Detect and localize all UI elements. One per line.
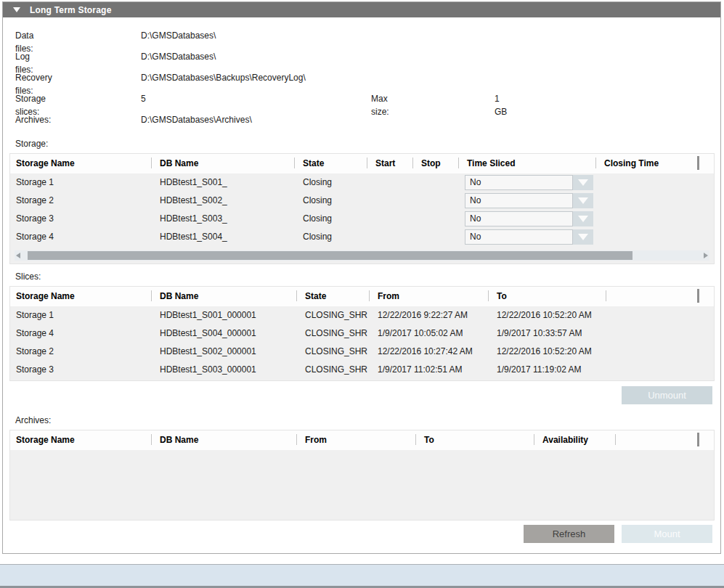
cell-empty bbox=[606, 306, 697, 324]
cell-storage-name: Storage 4 bbox=[10, 228, 151, 246]
col-header-from[interactable]: From bbox=[369, 287, 488, 306]
chevron-down-icon[interactable] bbox=[573, 175, 593, 190]
cell-spacer bbox=[697, 173, 714, 192]
cell-stop bbox=[412, 173, 458, 192]
slices-table-row[interactable]: Storage 3 HDBtest1_S003_000001 CLOSING_S… bbox=[10, 361, 714, 379]
archives-table-header: Storage Name DB Name From To Availabilit… bbox=[10, 430, 714, 450]
cell-stop bbox=[412, 228, 458, 246]
cell-db-name: HDBtest1_S001_000001 bbox=[151, 306, 296, 324]
col-header-spacer bbox=[697, 287, 714, 306]
storage-table-row[interactable]: Storage 2 HDBtest1_S002_ Closing No bbox=[10, 192, 714, 210]
slices-table-row[interactable]: Storage 1 HDBtest1_S001_000001 CLOSING_S… bbox=[10, 306, 714, 324]
cell-storage-name: Storage 3 bbox=[10, 361, 151, 379]
cell-state: CLOSING_SHR bbox=[296, 343, 369, 361]
col-header-storage-name[interactable]: Storage Name bbox=[10, 287, 151, 306]
cell-storage-name: Storage 2 bbox=[10, 343, 151, 361]
cell-from: 12/22/2016 9:22:27 AM bbox=[369, 306, 488, 324]
cell-db-name: HDBtest1_S003_ bbox=[151, 210, 294, 228]
scroll-left-icon[interactable] bbox=[16, 253, 20, 258]
col-header-db-name[interactable]: DB Name bbox=[151, 154, 294, 173]
max-size-value: 1 GB bbox=[495, 92, 507, 118]
cell-spacer bbox=[697, 361, 714, 379]
col-header-state[interactable]: State bbox=[296, 287, 369, 306]
cell-state: CLOSING_SHR bbox=[296, 324, 369, 343]
cell-time-sliced: No bbox=[458, 192, 595, 210]
col-header-to[interactable]: To bbox=[488, 287, 606, 306]
col-header-storage-name[interactable]: Storage Name bbox=[10, 154, 151, 173]
archives-path-value: D:\GMSDatabases\Archives\ bbox=[141, 113, 252, 126]
unmount-button[interactable]: Unmount bbox=[622, 386, 712, 404]
cell-storage-name: Storage 1 bbox=[10, 173, 151, 192]
panel-header[interactable]: Long Term Storage bbox=[3, 2, 720, 17]
scroll-right-icon[interactable] bbox=[704, 253, 708, 258]
time-sliced-dropdown[interactable]: No bbox=[465, 229, 593, 245]
col-header-closing-time[interactable]: Closing Time bbox=[595, 154, 697, 173]
panel-title: Long Term Storage bbox=[30, 5, 112, 15]
cell-state: Closing bbox=[294, 173, 367, 192]
storage-slices-value: 5 bbox=[141, 92, 146, 105]
cell-closing-time bbox=[595, 228, 697, 246]
cell-time-sliced: No bbox=[458, 228, 595, 246]
chevron-down-icon[interactable] bbox=[573, 193, 593, 208]
collapse-chevron-icon[interactable] bbox=[13, 7, 20, 12]
horizontal-scrollbar[interactable] bbox=[15, 250, 709, 261]
cell-time-sliced: No bbox=[458, 210, 595, 228]
cell-from: 1/9/2017 11:02:51 AM bbox=[369, 361, 488, 379]
max-size-label: Max size: bbox=[371, 92, 389, 118]
cell-state: Closing bbox=[294, 192, 367, 210]
cell-to: 1/9/2017 10:33:57 AM bbox=[488, 324, 606, 343]
col-header-availability[interactable]: Availability bbox=[534, 430, 615, 450]
cell-stop bbox=[412, 210, 458, 228]
cell-to: 12/22/2016 10:52:20 AM bbox=[488, 343, 606, 361]
col-header-start[interactable]: Start bbox=[367, 154, 412, 173]
slices-table-row[interactable]: Storage 4 HDBtest1_S004_000001 CLOSING_S… bbox=[10, 324, 714, 343]
col-header-storage-name[interactable]: Storage Name bbox=[10, 430, 151, 450]
col-header-empty[interactable] bbox=[615, 430, 697, 450]
storage-table-row[interactable]: Storage 3 HDBtest1_S003_ Closing No bbox=[10, 210, 714, 228]
cell-to: 12/22/2016 10:52:20 AM bbox=[488, 306, 606, 324]
slices-table-row[interactable]: Storage 2 HDBtest1_S002_000001 CLOSING_S… bbox=[10, 343, 714, 361]
cell-empty bbox=[606, 324, 697, 343]
col-header-from[interactable]: From bbox=[296, 430, 415, 450]
slices-section-label: Slices: bbox=[15, 271, 41, 282]
cell-start bbox=[367, 228, 412, 246]
mount-button[interactable]: Mount bbox=[622, 525, 712, 543]
chevron-down-icon[interactable] bbox=[573, 229, 593, 245]
storage-table-header: Storage Name DB Name State Start Stop Ti… bbox=[10, 154, 714, 173]
slices-table-header: Storage Name DB Name State From To bbox=[10, 287, 714, 306]
bottom-status-strip bbox=[0, 564, 724, 588]
col-header-to[interactable]: To bbox=[415, 430, 534, 450]
cell-start bbox=[367, 192, 412, 210]
cell-state: CLOSING_SHR bbox=[296, 306, 369, 324]
cell-spacer bbox=[697, 228, 714, 246]
time-sliced-value: No bbox=[465, 229, 573, 245]
cell-storage-name: Storage 4 bbox=[10, 324, 151, 343]
time-sliced-value: No bbox=[465, 193, 573, 208]
col-header-db-name[interactable]: DB Name bbox=[151, 287, 296, 306]
cell-start bbox=[367, 210, 412, 228]
col-header-state[interactable]: State bbox=[294, 154, 367, 173]
cell-storage-name: Storage 2 bbox=[10, 192, 151, 210]
time-sliced-dropdown[interactable]: No bbox=[465, 193, 593, 208]
cell-state: CLOSING_SHR bbox=[296, 361, 369, 379]
cell-closing-time bbox=[595, 210, 697, 228]
chevron-down-icon[interactable] bbox=[573, 211, 593, 226]
cell-empty bbox=[606, 343, 697, 361]
col-header-time-sliced[interactable]: Time Sliced bbox=[458, 154, 595, 173]
log-files-value: D:\GMSDatabases\ bbox=[141, 50, 216, 63]
cell-db-name: HDBtest1_S004_ bbox=[151, 228, 294, 246]
storage-table-row[interactable]: Storage 1 HDBtest1_S001_ Closing No bbox=[10, 173, 714, 192]
cell-from: 1/9/2017 10:05:02 AM bbox=[369, 324, 488, 343]
time-sliced-dropdown[interactable]: No bbox=[465, 175, 593, 190]
col-header-db-name[interactable]: DB Name bbox=[151, 430, 296, 450]
col-header-empty[interactable] bbox=[606, 287, 697, 306]
storage-section-label: Storage: bbox=[15, 138, 48, 150]
scrollbar-thumb[interactable] bbox=[28, 251, 633, 260]
storage-table-row[interactable]: Storage 4 HDBtest1_S004_ Closing No bbox=[10, 228, 714, 246]
cell-time-sliced: No bbox=[458, 173, 595, 192]
archives-section-label: Archives: bbox=[15, 415, 51, 426]
cell-stop bbox=[412, 192, 458, 210]
time-sliced-dropdown[interactable]: No bbox=[465, 211, 593, 226]
col-header-stop[interactable]: Stop bbox=[412, 154, 458, 173]
refresh-button[interactable]: Refresh bbox=[524, 525, 614, 543]
